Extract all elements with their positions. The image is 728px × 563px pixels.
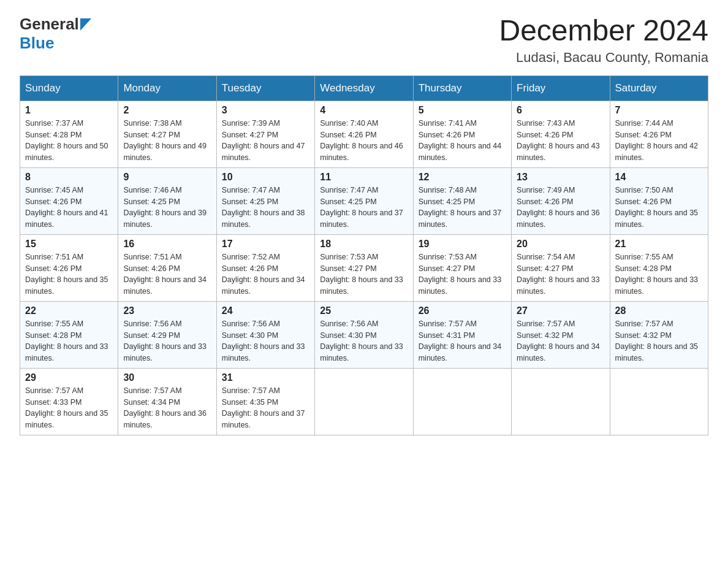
day-info: Sunrise: 7:51 AMSunset: 4:26 PMDaylight:…: [25, 251, 113, 297]
calendar-cell: 14Sunrise: 7:50 AMSunset: 4:26 PMDayligh…: [610, 167, 708, 234]
calendar-header-sunday: Sunday: [20, 75, 118, 101]
calendar-cell: 3Sunrise: 7:39 AMSunset: 4:27 PMDaylight…: [216, 101, 314, 167]
calendar-cell: [512, 368, 610, 435]
day-number: 7: [615, 105, 703, 116]
page-header: General Blue December 2024 Ludasi, Bacau…: [20, 15, 708, 66]
calendar-cell: 11Sunrise: 7:47 AMSunset: 4:25 PMDayligh…: [315, 167, 413, 234]
calendar-cell: 1Sunrise: 7:37 AMSunset: 4:28 PMDaylight…: [20, 101, 118, 167]
calendar-cell: 13Sunrise: 7:49 AMSunset: 4:26 PMDayligh…: [512, 167, 610, 234]
day-number: 20: [517, 239, 604, 250]
day-number: 3: [222, 105, 309, 116]
day-info: Sunrise: 7:39 AMSunset: 4:27 PMDaylight:…: [222, 118, 309, 164]
day-info: Sunrise: 7:57 AMSunset: 4:34 PMDaylight:…: [123, 385, 211, 431]
calendar-cell: 21Sunrise: 7:55 AMSunset: 4:28 PMDayligh…: [610, 234, 708, 301]
day-number: 8: [25, 172, 113, 183]
day-number: 23: [123, 305, 211, 316]
main-title: December 2024: [499, 15, 708, 47]
day-info: Sunrise: 7:41 AMSunset: 4:26 PMDaylight:…: [419, 118, 506, 164]
day-info: Sunrise: 7:47 AMSunset: 4:25 PMDaylight:…: [320, 185, 408, 231]
day-info: Sunrise: 7:57 AMSunset: 4:32 PMDaylight:…: [517, 318, 604, 364]
day-number: 13: [517, 172, 604, 183]
day-number: 15: [25, 239, 113, 250]
day-number: 2: [123, 105, 211, 116]
calendar-cell: 10Sunrise: 7:47 AMSunset: 4:25 PMDayligh…: [216, 167, 314, 234]
day-number: 4: [320, 105, 408, 116]
calendar-cell: 4Sunrise: 7:40 AMSunset: 4:26 PMDaylight…: [315, 101, 413, 167]
calendar-header-wednesday: Wednesday: [315, 75, 413, 101]
day-info: Sunrise: 7:54 AMSunset: 4:27 PMDaylight:…: [517, 251, 604, 297]
day-info: Sunrise: 7:56 AMSunset: 4:30 PMDaylight:…: [222, 318, 309, 364]
calendar-cell: 12Sunrise: 7:48 AMSunset: 4:25 PMDayligh…: [413, 167, 511, 234]
calendar-cell: 22Sunrise: 7:55 AMSunset: 4:28 PMDayligh…: [20, 301, 118, 368]
day-number: 19: [419, 239, 506, 250]
day-info: Sunrise: 7:47 AMSunset: 4:25 PMDaylight:…: [222, 185, 309, 231]
calendar-cell: 26Sunrise: 7:57 AMSunset: 4:31 PMDayligh…: [413, 301, 511, 368]
day-number: 11: [320, 172, 408, 183]
day-number: 1: [25, 105, 113, 116]
day-number: 6: [517, 105, 604, 116]
calendar-cell: 20Sunrise: 7:54 AMSunset: 4:27 PMDayligh…: [512, 234, 610, 301]
day-info: Sunrise: 7:55 AMSunset: 4:28 PMDaylight:…: [615, 251, 703, 297]
calendar-cell: [315, 368, 413, 435]
logo: General Blue: [20, 15, 91, 53]
calendar-cell: 9Sunrise: 7:46 AMSunset: 4:25 PMDaylight…: [118, 167, 216, 234]
calendar-cell: [413, 368, 511, 435]
calendar-cell: 23Sunrise: 7:56 AMSunset: 4:29 PMDayligh…: [118, 301, 216, 368]
day-number: 18: [320, 239, 408, 250]
calendar-header-friday: Friday: [512, 75, 610, 101]
calendar-header-row: SundayMondayTuesdayWednesdayThursdayFrid…: [20, 75, 708, 101]
day-info: Sunrise: 7:44 AMSunset: 4:26 PMDaylight:…: [615, 118, 703, 164]
day-info: Sunrise: 7:57 AMSunset: 4:31 PMDaylight:…: [419, 318, 506, 364]
svg-marker-0: [80, 18, 91, 31]
calendar-cell: 15Sunrise: 7:51 AMSunset: 4:26 PMDayligh…: [20, 234, 118, 301]
day-number: 12: [419, 172, 506, 183]
day-number: 21: [615, 239, 703, 250]
calendar-week-row: 29Sunrise: 7:57 AMSunset: 4:33 PMDayligh…: [20, 368, 708, 435]
day-info: Sunrise: 7:55 AMSunset: 4:28 PMDaylight:…: [25, 318, 113, 364]
day-info: Sunrise: 7:57 AMSunset: 4:32 PMDaylight:…: [615, 318, 703, 364]
day-number: 17: [222, 239, 309, 250]
logo-blue-text: Blue: [20, 34, 54, 52]
logo-general-text: General: [20, 15, 79, 34]
day-info: Sunrise: 7:49 AMSunset: 4:26 PMDaylight:…: [517, 185, 604, 231]
calendar-week-row: 1Sunrise: 7:37 AMSunset: 4:28 PMDaylight…: [20, 101, 708, 167]
day-number: 28: [615, 305, 703, 316]
calendar-cell: 31Sunrise: 7:57 AMSunset: 4:35 PMDayligh…: [216, 368, 314, 435]
day-info: Sunrise: 7:38 AMSunset: 4:27 PMDaylight:…: [123, 118, 211, 164]
day-number: 5: [419, 105, 506, 116]
calendar-cell: [610, 368, 708, 435]
calendar-header-monday: Monday: [118, 75, 216, 101]
day-info: Sunrise: 7:40 AMSunset: 4:26 PMDaylight:…: [320, 118, 408, 164]
day-info: Sunrise: 7:52 AMSunset: 4:26 PMDaylight:…: [222, 251, 309, 297]
day-number: 14: [615, 172, 703, 183]
calendar-cell: 7Sunrise: 7:44 AMSunset: 4:26 PMDaylight…: [610, 101, 708, 167]
calendar-cell: 19Sunrise: 7:53 AMSunset: 4:27 PMDayligh…: [413, 234, 511, 301]
day-number: 16: [123, 239, 211, 250]
day-number: 10: [222, 172, 309, 183]
day-number: 26: [419, 305, 506, 316]
calendar-cell: 6Sunrise: 7:43 AMSunset: 4:26 PMDaylight…: [512, 101, 610, 167]
day-info: Sunrise: 7:43 AMSunset: 4:26 PMDaylight:…: [517, 118, 604, 164]
day-info: Sunrise: 7:53 AMSunset: 4:27 PMDaylight:…: [320, 251, 408, 297]
logo-arrow-wrapper: [79, 18, 91, 31]
day-info: Sunrise: 7:45 AMSunset: 4:26 PMDaylight:…: [25, 185, 113, 231]
calendar-cell: 30Sunrise: 7:57 AMSunset: 4:34 PMDayligh…: [118, 368, 216, 435]
day-number: 27: [517, 305, 604, 316]
calendar-cell: 25Sunrise: 7:56 AMSunset: 4:30 PMDayligh…: [315, 301, 413, 368]
calendar-cell: 28Sunrise: 7:57 AMSunset: 4:32 PMDayligh…: [610, 301, 708, 368]
calendar-header-saturday: Saturday: [610, 75, 708, 101]
day-number: 22: [25, 305, 113, 316]
calendar-cell: 2Sunrise: 7:38 AMSunset: 4:27 PMDaylight…: [118, 101, 216, 167]
calendar-cell: 29Sunrise: 7:57 AMSunset: 4:33 PMDayligh…: [20, 368, 118, 435]
day-info: Sunrise: 7:53 AMSunset: 4:27 PMDaylight:…: [419, 251, 506, 297]
day-number: 31: [222, 372, 309, 383]
day-info: Sunrise: 7:37 AMSunset: 4:28 PMDaylight:…: [25, 118, 113, 164]
day-info: Sunrise: 7:46 AMSunset: 4:25 PMDaylight:…: [123, 185, 211, 231]
calendar-cell: 5Sunrise: 7:41 AMSunset: 4:26 PMDaylight…: [413, 101, 511, 167]
calendar-cell: 18Sunrise: 7:53 AMSunset: 4:27 PMDayligh…: [315, 234, 413, 301]
day-info: Sunrise: 7:56 AMSunset: 4:29 PMDaylight:…: [123, 318, 211, 364]
day-number: 9: [123, 172, 211, 183]
subtitle: Ludasi, Bacau County, Romania: [499, 50, 708, 66]
calendar-week-row: 22Sunrise: 7:55 AMSunset: 4:28 PMDayligh…: [20, 301, 708, 368]
calendar-header-tuesday: Tuesday: [216, 75, 314, 101]
